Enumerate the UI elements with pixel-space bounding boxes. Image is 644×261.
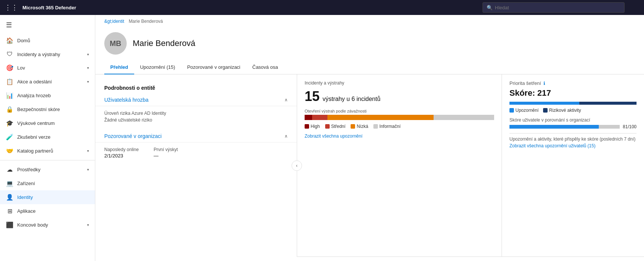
incidents-panel: Incidenty a výstrahy 15 výstrahy u 6 inc… (297, 74, 502, 257)
sidebar-item-lov[interactable]: 🎯 Lov ▾ (0, 61, 95, 75)
legend-label-upozorneni: Upozornění (515, 108, 539, 113)
priority-label: Priorita šetření (509, 80, 541, 86)
legend-label-informacni: Informační (379, 124, 401, 129)
incidents-text: výstrahy u 6 incidentů (323, 96, 380, 102)
legend-informacni: Informační (373, 124, 401, 129)
panel-collapse-button[interactable]: ‹ (292, 160, 302, 171)
sidebar-item-vyukove[interactable]: 🎓 Výukové centrum (0, 116, 95, 130)
sidebar-label-incidenty: Incidenty a výstrahy (17, 52, 83, 57)
right-top: Incidenty a výstrahy 15 výstrahy u 6 inc… (297, 74, 644, 257)
sidebar-label-zkusebni: Zkušební verze (17, 134, 89, 140)
sidebar-label-akce: Akce a odeslání (17, 79, 83, 85)
observed-section-header[interactable]: Pozorované v organizaci ∧ (95, 130, 297, 142)
search-bar[interactable]: 🔍 (483, 2, 625, 13)
legend-dot-rizikove (543, 108, 548, 113)
sidebar-item-analyza[interactable]: 📊 Analýza hrozeb (0, 89, 95, 102)
avatar-initials: MB (110, 39, 121, 48)
content-panels: Podrobnosti o entitě Uživatelská hrozba … (95, 74, 644, 257)
sidebar-divider (0, 160, 95, 160)
chevron-down-icon: ▾ (87, 66, 89, 70)
legend-high: High (305, 124, 320, 129)
sidebar-item-akce[interactable]: 📋 Akce a odeslání ▾ (0, 75, 95, 89)
legend-dot-upozorneni (509, 108, 514, 113)
priority-title-row: Priorita šetření ℹ (509, 80, 637, 86)
hunt-icon: 🎯 (6, 64, 13, 71)
sidebar-item-katalog[interactable]: 🤝 Katalog partnerů ▾ (0, 144, 95, 158)
sidebar-item-identity[interactable]: 👤 Identity (0, 190, 95, 204)
shield-icon: 🛡 (6, 51, 13, 58)
legend-stredni: Střední (325, 124, 346, 129)
bar-label: Otevření výstrah podle závažnosti (305, 109, 494, 113)
observed-title: Pozorované v organizaci (104, 133, 161, 139)
sidebar-item-domov[interactable]: 🏠 Domů (0, 34, 95, 47)
info-icon[interactable]: ℹ (543, 81, 545, 86)
org-score-value: 81/100 (623, 124, 637, 129)
last-online-field: Naposledy online 2/1/2023 (104, 147, 139, 159)
tab-prehled[interactable]: Přehled (104, 61, 134, 74)
sidebar-label-analyza: Analýza hrozeb (17, 93, 89, 98)
view-all-alerts-link[interactable]: Zobrazit všechna upozornění (305, 133, 494, 139)
legend-upozorneni: Upozornění (509, 108, 539, 113)
first-seen-value: — (154, 153, 178, 159)
legend-label-stredni: Střední (331, 124, 346, 129)
left-panel: Podrobnosti o entitě Uživatelská hrozba … (95, 74, 297, 257)
identity-icon: 👤 (6, 194, 13, 201)
last-online-label: Naposledy online (104, 147, 139, 152)
first-seen-label: První výskyt (154, 147, 178, 152)
sidebar-item-aplikace[interactable]: ⊞ Aplikace (0, 204, 95, 218)
tab-casova[interactable]: Časová osa (246, 61, 284, 74)
chevron-left-icon: ‹ (296, 163, 298, 168)
endpoint-icon: ⬛ (6, 221, 13, 228)
device-icon: 💻 (6, 180, 13, 187)
org-score-label: Skóre uživatele v porovnání s organizací (509, 117, 637, 123)
tabs: Přehled Upozornění (15) Pozorované v org… (95, 61, 644, 74)
tab-upozorneni[interactable]: Upozornění (15) (134, 61, 181, 74)
priority-bars (509, 102, 637, 105)
sidebar-item-incidenty[interactable]: 🛡 Incidenty a výstrahy ▾ (0, 47, 95, 61)
breadcrumb-current: Marie Benderová (129, 19, 163, 24)
sidebar-item-zarizeni[interactable]: 💻 Zařízení (0, 176, 95, 190)
tab-pozarovane[interactable]: Pozorované v organizaci (181, 61, 246, 74)
home-icon: 🏠 (6, 37, 13, 44)
partner-icon: 🤝 (6, 147, 13, 154)
apps-icon: ⊞ (6, 208, 13, 215)
legend-dot-nizka (351, 124, 355, 129)
search-input[interactable] (495, 5, 620, 10)
sidebar-item-prostredky[interactable]: ☁ Prostředky ▾ (0, 163, 95, 176)
legend-label-nizka: Nízká (357, 124, 368, 129)
incidents-number: 15 (305, 89, 320, 104)
sidebar-item-koncove[interactable]: ⬛ Koncové body ▾ (0, 218, 95, 232)
breadcrumb: &gt;identit Marie Benderová (95, 15, 644, 28)
severity-bar (305, 115, 494, 120)
entity-details-title: Podrobnosti o entitě (95, 80, 297, 94)
view-all-user-alerts-link[interactable]: Zobrazit všechna upozornění uživatelů (1… (509, 143, 637, 148)
main-content: &gt;identit Marie Benderová MB Marie Ben… (95, 15, 644, 261)
sidebar-label-zarizeni: Zařízení (17, 181, 89, 186)
alerts-activities-label: Upozornění a aktivity, které přispěly ke… (509, 133, 637, 142)
actions-icon: 📋 (6, 78, 13, 85)
grid-icon[interactable]: ⋮⋮ (4, 3, 18, 12)
observed-fields: Naposledy online 2/1/2023 První výskyt — (95, 142, 297, 163)
user-name: Marie Benderová (133, 39, 195, 48)
sidebar-label-katalog: Katalog partnerů (17, 148, 83, 154)
sidebar-label-prostredky: Prostředky (17, 167, 83, 172)
cloud-icon: ☁ (6, 166, 13, 173)
main-layout: ☰ 🏠 Domů 🛡 Incidenty a výstrahy ▾ 🎯 Lov … (0, 15, 644, 261)
sidebar-label-aplikace: Aplikace (17, 208, 89, 214)
education-icon: 🎓 (6, 120, 13, 127)
breadcrumb-identity-link[interactable]: &gt;identit (104, 19, 124, 24)
hamburger-icon[interactable]: ☰ (0, 18, 95, 32)
app-title: Microsoft 365 Defender (22, 5, 76, 10)
priority-legend: Upozornění Rizikové aktivity (509, 108, 637, 113)
org-score-bar (509, 125, 620, 129)
user-threat-section-header[interactable]: Uživatelská hrozba ∧ (95, 94, 297, 106)
sidebar-item-zkusebni[interactable]: 🧪 Zkušební verze (0, 130, 95, 144)
sidebar-item-bezpecnostni[interactable]: 🔒 Bezpečnostní skóre (0, 102, 95, 116)
right-panels: Incidenty a výstrahy 15 výstrahy u 6 inc… (297, 74, 644, 257)
azure-risk-label: Úroveň rizika Azure AD Identity (104, 111, 288, 116)
incidents-count-row: 15 výstrahy u 6 incidentů (305, 89, 494, 104)
chevron-down-icon: ▾ (87, 168, 89, 172)
priority-panel: Priorita šetření ℹ Skóre: 217 Upozornění (502, 74, 644, 257)
first-seen-field: První výskyt — (154, 147, 178, 159)
no-user-risk-label: Žádné uživatelské riziko (104, 117, 288, 123)
